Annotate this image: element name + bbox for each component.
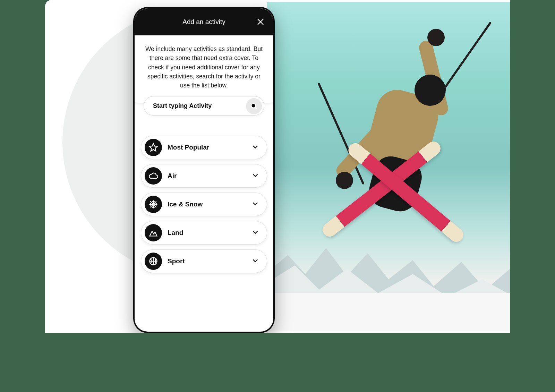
category-label: Most Popular [168,144,251,151]
close-icon [256,18,265,26]
chevron-down-icon [251,143,259,152]
ball-icon [145,253,162,270]
chevron-down-icon [251,200,259,209]
phone-mockup: Add an activity We include many activiti… [133,7,275,333]
skier-figure [330,54,475,234]
category-land[interactable]: Land [141,221,267,245]
category-label: Land [168,229,251,237]
svg-point-2 [251,103,256,108]
snowflake-icon [145,196,162,213]
category-sport[interactable]: Sport [141,249,267,273]
search-button[interactable] [246,98,262,114]
category-air[interactable]: Air [141,164,267,188]
activity-search-input[interactable]: Start typing Activity [144,96,264,116]
category-most-popular[interactable]: Most Popular [141,136,267,159]
chevron-down-icon [251,257,259,266]
close-button[interactable] [255,17,266,27]
chevron-down-icon [251,171,259,180]
cloud-icon [145,167,162,185]
snow-ground [267,293,510,331]
category-label: Air [168,172,251,180]
promo-canvas: Add an activity We include many activiti… [45,0,510,333]
svg-line-3 [255,107,257,109]
category-label: Ice & Snow [168,201,251,208]
mountain-icon [145,224,162,241]
star-icon [145,139,162,156]
modal-intro-text: We include many activities as standard. … [135,35,273,96]
modal-title: Add an activity [182,18,225,26]
category-label: Sport [168,257,251,265]
search-icon [250,102,258,110]
search-placeholder: Start typing Activity [153,102,212,110]
svg-marker-4 [149,144,157,151]
category-ice-snow[interactable]: Ice & Snow [141,193,267,216]
chevron-down-icon [251,228,259,237]
category-list: Most Popular Air [135,126,273,273]
modal-header: Add an activity [135,8,273,35]
hero-photo-skier [267,2,510,331]
